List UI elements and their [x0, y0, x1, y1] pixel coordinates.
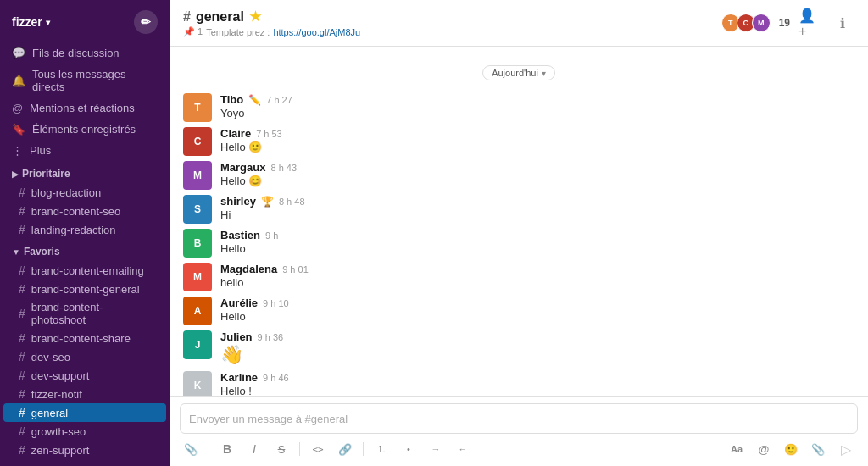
message-author: Julien: [220, 330, 253, 343]
channel-fizzer-notif[interactable]: # fizzer-notif: [3, 385, 166, 403]
channel-header-left: # general ★ 📌 1 Template prez : https://…: [183, 8, 360, 37]
channel-name: general: [31, 407, 68, 419]
send-button[interactable]: ▷: [834, 437, 858, 461]
prioritaire-label: Prioritaire: [22, 168, 70, 180]
message-time: 9 h 10: [263, 298, 289, 308]
message-header: Aurélie9 h 10: [220, 297, 289, 309]
channel-landing-redaction[interactable]: # landing-redaction: [3, 220, 166, 239]
channel-name: brand-content-photoshoot: [31, 301, 154, 326]
hash-icon: #: [19, 350, 25, 363]
message-time: 7 h 53: [256, 129, 282, 139]
date-badge-button[interactable]: Aujourd'hui ▾: [482, 65, 555, 80]
more-icon: ⋮: [12, 144, 23, 157]
message-author: Tibo: [220, 93, 243, 106]
message-row: CClaire7 h 53Hello 🙂: [170, 125, 868, 158]
at-button[interactable]: @: [753, 438, 775, 460]
sidebar-header: fizzer ▾ ✏: [0, 0, 170, 42]
message-time: 9 h: [265, 230, 278, 241]
message-time: 9 h 46: [263, 373, 289, 383]
message-header: Karline9 h 46: [220, 371, 289, 384]
strikethrough-button[interactable]: S: [270, 438, 292, 460]
hash-icon: #: [19, 443, 25, 457]
template-link[interactable]: https://goo.gl/AjM8Ju: [273, 27, 360, 37]
code-button[interactable]: <>: [307, 438, 329, 460]
channel-brand-content-share[interactable]: # brand-content-share: [3, 329, 166, 347]
add-member-button[interactable]: 👤+: [798, 11, 822, 35]
message-author: shirley: [220, 195, 256, 208]
members-pin-icon: 📌 1: [183, 26, 203, 37]
member-count[interactable]: 19: [779, 17, 790, 29]
sidebar-item-mentions[interactable]: @ Mentions et réactions: [0, 97, 170, 119]
link-button[interactable]: 🔗: [334, 438, 356, 460]
hash-icon: #: [19, 331, 25, 345]
message-time: 7 h 27: [266, 95, 292, 105]
channel-name: growth-seo: [31, 425, 86, 438]
unordered-list-button[interactable]: •: [398, 438, 420, 460]
attach-button[interactable]: 📎: [180, 438, 202, 460]
avatar-3: M: [752, 14, 771, 32]
message-input[interactable]: Envoyer un message à #general: [180, 403, 858, 434]
channel-name: brand-content-share: [31, 332, 131, 345]
avatar: B: [183, 229, 212, 258]
input-area: Envoyer un message à #general 📎 B I S <>…: [170, 396, 868, 466]
info-button[interactable]: ℹ: [831, 11, 854, 35]
channel-growth-seo[interactable]: # growth-seo: [3, 422, 166, 441]
workspace-name-button[interactable]: fizzer ▾: [12, 15, 50, 29]
avatar: T: [183, 93, 212, 122]
toolbar-separator-1: [209, 442, 209, 456]
section-favoris[interactable]: ▼ Favoris: [0, 239, 170, 261]
message-author: Margaux: [220, 161, 265, 174]
message-text: hello: [220, 276, 309, 289]
channel-zen-support[interactable]: # zen-support: [3, 441, 166, 459]
outdent-button[interactable]: ←: [452, 438, 474, 460]
sidebar-item-threads[interactable]: 💬 Fils de discussion: [0, 42, 170, 64]
bold-button[interactable]: B: [216, 438, 238, 460]
sidebar-item-more[interactable]: ⋮ Plus: [0, 140, 170, 161]
message-header: Julien9 h 36: [220, 330, 283, 343]
aa-button[interactable]: Aa: [726, 438, 748, 460]
ordered-list-button[interactable]: 1.: [370, 438, 392, 460]
message-author: Karline: [220, 371, 258, 384]
hash-icon: #: [19, 264, 25, 277]
input-placeholder: Envoyer un message à #general: [189, 413, 348, 425]
compose-icon: ✏: [141, 15, 151, 29]
channel-dev-support[interactable]: # dev-support: [3, 366, 166, 385]
more-label: Plus: [30, 144, 51, 157]
sidebar: fizzer ▾ ✏ 💬 Fils de discussion 🔔 Tous l…: [0, 0, 170, 466]
favoris-arrow-icon: ▼: [12, 247, 20, 257]
hash-icon: #: [19, 282, 25, 296]
channel-name: brand-content-seo: [31, 205, 121, 218]
channel-brand-content-seo[interactable]: # brand-content-seo: [3, 202, 166, 220]
prioritaire-arrow-icon: ▶: [12, 169, 19, 179]
channel-name: zen-support: [31, 444, 90, 457]
all-dms-icon: 🔔: [12, 75, 25, 87]
sidebar-item-saved[interactable]: 🔖 Éléments enregistrés: [0, 119, 170, 140]
message-row: BBastien9 hHello: [170, 226, 868, 260]
clip-button[interactable]: 📎: [807, 438, 829, 460]
italic-button[interactable]: I: [243, 438, 265, 460]
channel-name-display: general: [196, 9, 244, 25]
mentions-label: Mentions et réactions: [30, 102, 135, 114]
channel-dev-seo[interactable]: # dev-seo: [3, 347, 166, 366]
channel-brand-content-photoshoot[interactable]: # brand-content-photoshoot: [3, 298, 166, 329]
channel-brand-content-general[interactable]: # brand-content-general: [3, 280, 166, 298]
message-header: Magdalena9 h 01: [220, 263, 309, 275]
message-text: Hello: [220, 310, 289, 323]
emoji-button[interactable]: 🙂: [780, 438, 802, 460]
section-prioritaire[interactable]: ▶ Prioritaire: [0, 161, 170, 183]
channel-name: dev-support: [31, 369, 90, 382]
channel-brand-content-emailing[interactable]: # brand-content-emailing: [3, 261, 166, 280]
indent-button[interactable]: →: [425, 438, 447, 460]
hash-icon: #: [19, 369, 25, 382]
messages-area: Aujourd'hui ▾ TTibo✏️7 h 27YoyoCClaire7 …: [170, 47, 868, 396]
channel-blog-redaction[interactable]: # blog-redaction: [3, 183, 166, 202]
channel-general[interactable]: # general: [3, 403, 166, 422]
channel-name: landing-redaction: [31, 224, 116, 236]
message-text: Hello 🙂: [220, 141, 282, 153]
sidebar-item-all-dms[interactable]: 🔔 Tous les messages directs: [0, 64, 170, 97]
author-badge-icon: ✏️: [248, 94, 261, 106]
message-text: Hello !: [220, 385, 289, 396]
compose-button[interactable]: ✏: [134, 10, 158, 34]
toolbar-left: 📎 B I S <> 🔗 1. • → ←: [180, 438, 474, 460]
message-content: Julien9 h 36👋: [220, 330, 283, 366]
